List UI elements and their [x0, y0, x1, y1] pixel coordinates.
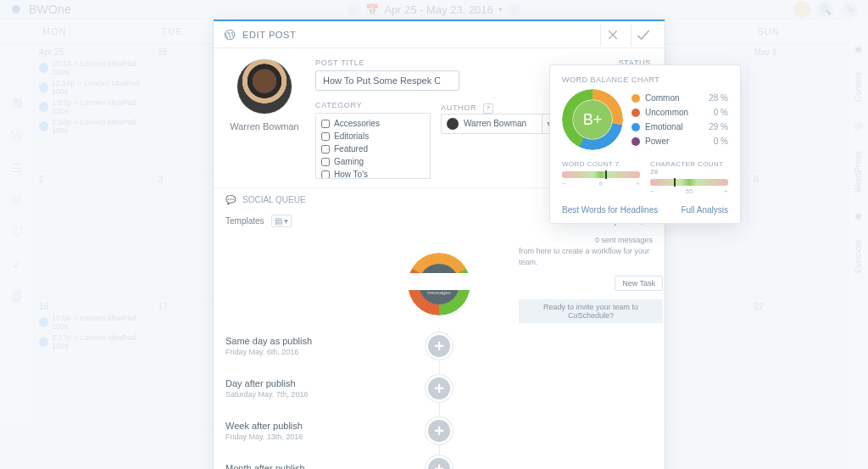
category-checkbox[interactable] [321, 170, 330, 179]
author-select[interactable]: Warren Bowman ▾ [441, 114, 556, 134]
best-words-link[interactable]: Best Words for Headlines [562, 205, 658, 215]
category-checkbox[interactable] [321, 158, 330, 166]
add-message-button[interactable]: + [426, 332, 453, 360]
right-rail: ▣Content ⓌWordPress ◉Evernote [848, 19, 868, 469]
close-button[interactable] [600, 23, 624, 47]
date-range: Apr 25 - May 23, 2016 [384, 3, 493, 16]
category-checkbox[interactable] [321, 145, 330, 154]
social-queue-label: SOCIAL QUEUE [242, 195, 306, 204]
category-checkbox[interactable] [321, 132, 330, 141]
category-list[interactable]: Accessories Editorials Featured Gaming H… [315, 113, 431, 179]
post-title-input[interactable] [315, 70, 459, 91]
timeline-row: Same day as publishFriday May. 6th, 2016… [225, 327, 653, 370]
author-avatar [236, 59, 292, 114]
category-checkbox[interactable] [321, 120, 330, 128]
category-label: CATEGORY [315, 101, 431, 109]
left-rail: ▦Ⓦ☰✉🗨✓🗐 [0, 44, 34, 469]
add-message-button[interactable]: + [426, 417, 453, 444]
modal-title: EDIT POST [242, 30, 296, 40]
brand-title: BWOne [29, 3, 71, 16]
word-balance-title: WORD BALANCE CHART [562, 75, 728, 84]
word-count-bar [562, 171, 640, 178]
add-message-button[interactable]: + [426, 375, 453, 402]
templates-toggle[interactable]: ▤ ▾ [271, 215, 292, 227]
timeline-row: Month after publish + [225, 455, 653, 469]
new-task-button[interactable]: New Task [615, 276, 663, 291]
author-mini-avatar [447, 118, 459, 130]
char-count-bar [650, 179, 728, 186]
task-panel: from here to create a workflow for your … [519, 246, 663, 323]
timeline-row: Week after publishFriday May. 13th, 2016… [225, 412, 653, 455]
invite-banner[interactable]: Ready to invite your team to CoSchedule? [519, 299, 663, 323]
confirm-button[interactable] [631, 23, 654, 47]
author-name: Warren Bowman [225, 121, 303, 131]
social-queue-icon: 💬 [225, 195, 236, 204]
timeline-row: Day after publishSaturday May. 7th, 2016… [225, 370, 653, 412]
headline-analyzer-popover: WORD BALANCE CHART B+ Common28 % Uncommo… [549, 64, 741, 224]
templates-label: Templates [225, 216, 264, 226]
add-message-button[interactable]: + [426, 455, 453, 469]
author-label: AUTHOR [441, 103, 476, 112]
full-analysis-link[interactable]: Full Analysis [681, 205, 728, 215]
word-balance-legend: Common28 % Uncommon0 % Emotional29 % Pow… [632, 93, 728, 146]
grade-badge: B+ [573, 100, 612, 139]
social-timeline: Same day as publishFriday May. 6th, 2016… [214, 327, 665, 469]
messages-gauge: 0messages [408, 253, 470, 315]
help-icon[interactable]: ? [483, 103, 493, 114]
wordpress-icon [224, 29, 236, 41]
word-balance-donut: B+ [562, 89, 623, 150]
